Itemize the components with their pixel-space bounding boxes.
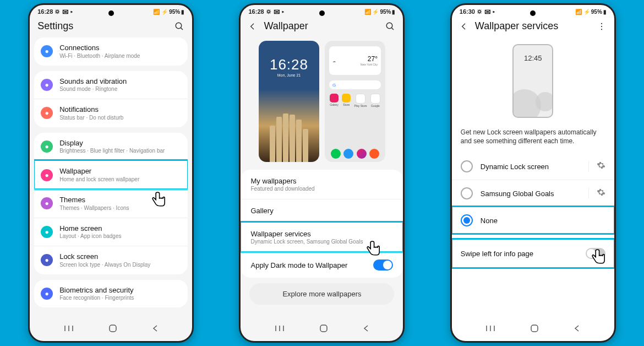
connections-icon: ●	[41, 45, 53, 57]
search-icon[interactable]	[174, 21, 184, 31]
nav-recents[interactable]	[274, 325, 285, 332]
row-title: Home screen	[59, 224, 181, 233]
status-time: 16:30	[460, 8, 475, 15]
settings-row-connections[interactable]: ●ConnectionsWi-Fi · Bluetooth · Airplane…	[34, 37, 188, 66]
service-option[interactable]: None	[452, 207, 614, 234]
more-icon[interactable]	[597, 21, 607, 31]
swipe-label: Swipe left for info page	[461, 250, 533, 258]
option-label: Samsung Global Goals	[481, 190, 581, 198]
gear-icon[interactable]	[588, 188, 605, 199]
themes-icon: ●	[41, 197, 53, 209]
display-icon: ●	[41, 140, 53, 153]
service-options: Dynamic Lock screenSamsung Global GoalsN…	[452, 153, 614, 234]
wallpaper-options: My wallpapersFeatured and downloadedGall…	[241, 170, 403, 278]
wallpaper-row-gallery[interactable]: Gallery	[241, 199, 403, 222]
row-title: Biometrics and security	[59, 286, 181, 295]
weather-widget: ☁ 27° New York City	[329, 46, 381, 75]
back-icon[interactable]	[248, 22, 257, 31]
header: Wallpaper	[241, 16, 403, 37]
svg-rect-11	[320, 325, 327, 332]
svg-point-14	[601, 29, 602, 30]
service-option[interactable]: Dynamic Lock screen	[452, 153, 614, 180]
settings-row-sounds[interactable]: ●Sounds and vibrationSound mode · Ringto…	[34, 71, 188, 99]
row-subtitle: Sound mode · Ringtone	[59, 86, 181, 93]
camera-hole	[108, 10, 114, 16]
header: Wallpaper services	[452, 16, 614, 37]
row-title: My wallpapers	[250, 177, 393, 185]
header: Settings	[30, 16, 192, 37]
info-text: Get new Lock screen wallpapers automatic…	[452, 128, 614, 153]
row-title: Wallpaper services	[250, 230, 393, 238]
row-subtitle: Status bar · Do not disturb	[59, 115, 181, 121]
lock-preview-device: 12:45	[512, 44, 553, 118]
page-title: Wallpaper services	[475, 20, 558, 32]
svg-point-12	[601, 23, 602, 24]
gear-icon[interactable]	[588, 161, 605, 172]
row-title: Lock screen	[59, 252, 181, 261]
row-title: Display	[59, 139, 181, 148]
status-icons-right: 📶 ⚡	[153, 9, 168, 15]
row-subtitle: Face recognition · Fingerprints	[59, 295, 181, 301]
settings-row-home-screen[interactable]: ●Home screenLayout · App icon badges	[34, 218, 188, 246]
svg-line-7	[392, 28, 394, 30]
row-subtitle: Brightness · Blue light filter · Navigat…	[59, 148, 181, 154]
explore-button[interactable]: Explore more wallpapers	[249, 283, 394, 305]
nav-back[interactable]	[362, 325, 370, 332]
row-subtitle: Wi-Fi · Bluetooth · Airplane mode	[59, 53, 181, 60]
status-icons-right: 📶 ⚡	[364, 9, 379, 15]
row-subtitle: Layout · App icon badges	[59, 233, 181, 240]
settings-list[interactable]: ●ConnectionsWi-Fi · Bluetooth · Airplane…	[30, 37, 192, 313]
svg-line-1	[181, 28, 183, 30]
settings-row-biometrics[interactable]: ●Biometrics and securityFace recognition…	[34, 280, 188, 308]
battery-icon: ▮	[603, 9, 607, 15]
svg-rect-5	[110, 325, 116, 332]
option-label: None	[481, 217, 605, 225]
battery-icon: ▮	[392, 9, 395, 15]
svg-point-6	[387, 23, 393, 29]
row-title: Notifications	[59, 105, 181, 114]
settings-row-lock-screen[interactable]: ●Lock screenScreen lock type · Always On…	[34, 246, 188, 274]
phone-settings: 16:28 ⛭ ✉ ▸ 📶 ⚡ 95% ▮ Settings ●Connecti…	[28, 3, 194, 343]
wallpaper-row-my-wallpapers[interactable]: My wallpapersFeatured and downloaded	[241, 170, 403, 199]
radio-icon[interactable]	[461, 214, 473, 226]
phone-wallpaper: 16:28 ⛭ ✉ ▸ 📶 ⚡ 95% ▮ Wallpaper 16:28 Mo…	[239, 3, 405, 343]
status-battery: 95%	[591, 9, 602, 15]
lock-preview-time: 16:28	[259, 56, 319, 73]
camera-hole	[319, 10, 325, 16]
status-time: 16:28	[37, 8, 53, 15]
radio-icon[interactable]	[461, 160, 473, 172]
nav-back[interactable]	[151, 325, 159, 332]
radio-icon[interactable]	[461, 187, 473, 199]
home-screen-icon: ●	[41, 226, 53, 238]
nav-home[interactable]	[319, 323, 329, 333]
row-subtitle: Screen lock type · Always On Display	[59, 262, 181, 268]
nav-bar	[30, 319, 192, 338]
nav-recents[interactable]	[485, 325, 496, 332]
camera-hole	[530, 10, 536, 16]
settings-row-wallpaper[interactable]: ●WallpaperHome and lock screen wallpaper	[34, 160, 188, 189]
row-title: Sounds and vibration	[59, 77, 181, 86]
search-icon[interactable]	[385, 21, 395, 31]
lock-screen-preview[interactable]: 16:28 Mon, June 21	[259, 41, 319, 162]
tap-cursor-icon	[364, 239, 382, 257]
wallpaper-previews: 16:28 Mon, June 21 ☁ 27° New York City G…	[241, 37, 403, 170]
row-title: Wallpaper	[59, 167, 181, 176]
dark-mode-toggle[interactable]	[373, 260, 393, 271]
nav-bar	[241, 319, 403, 338]
biometrics-icon: ●	[41, 288, 53, 300]
option-label: Dynamic Lock screen	[481, 163, 581, 171]
settings-row-notifications[interactable]: ●NotificationsStatus bar · Do not distur…	[34, 99, 188, 127]
svg-rect-18	[531, 325, 538, 332]
service-option[interactable]: Samsung Global Goals	[452, 180, 614, 207]
page-title: Settings	[37, 20, 73, 32]
nav-home[interactable]	[108, 323, 118, 333]
home-screen-preview[interactable]: ☁ 27° New York City G Galaxy Store Play …	[325, 41, 385, 162]
lock-screen-icon: ●	[41, 254, 53, 266]
nav-home[interactable]	[530, 323, 539, 333]
back-icon[interactable]	[460, 22, 468, 31]
nav-back[interactable]	[573, 325, 581, 332]
nav-recents[interactable]	[63, 325, 74, 332]
tap-cursor-icon	[150, 190, 167, 208]
lock-preview-date: Mon, June 21	[259, 73, 319, 77]
settings-row-display[interactable]: ●DisplayBrightness · Blue light filter ·…	[34, 133, 188, 161]
